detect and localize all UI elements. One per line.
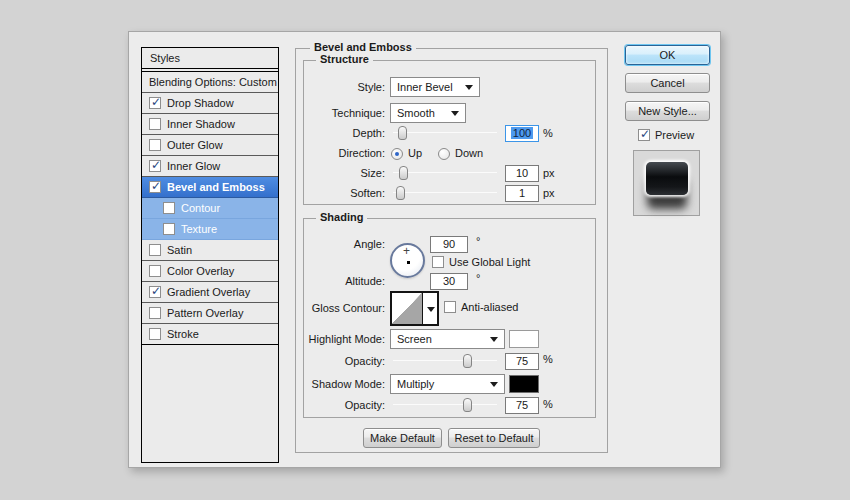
ok-button[interactable]: OK — [625, 45, 710, 65]
satin-checkbox[interactable] — [149, 244, 161, 256]
highlight-opacity-thumb[interactable] — [463, 354, 472, 368]
angle-unit: ° — [476, 235, 480, 247]
angle-crosshair-icon: + — [403, 244, 410, 258]
style-select[interactable]: Inner Bevel — [390, 77, 480, 97]
chevron-down-icon — [451, 111, 459, 116]
chevron-down-icon — [427, 307, 435, 312]
style-label: Style: — [289, 81, 385, 93]
size-unit: px — [543, 167, 555, 179]
size-field[interactable]: 10 — [505, 165, 539, 182]
preview-checkbox[interactable] — [638, 129, 650, 141]
style-item-blending-options[interactable]: Blending Options: Custom — [142, 72, 278, 93]
style-preview-thumbnail — [633, 150, 700, 216]
depth-value: 100 — [511, 127, 533, 139]
soften-slider-thumb[interactable] — [396, 186, 405, 200]
anti-aliased-checkbox[interactable] — [444, 301, 456, 313]
style-item-label: Inner Glow — [167, 160, 220, 172]
gradient-overlay-checkbox[interactable] — [149, 286, 161, 298]
style-item-drop-shadow[interactable]: Drop Shadow — [142, 93, 278, 114]
shadow-mode-select[interactable]: Multiply — [390, 374, 505, 394]
style-item-pattern-overlay[interactable]: Pattern Overlay — [142, 303, 278, 324]
contour-checkbox[interactable] — [163, 202, 175, 214]
technique-label: Technique: — [289, 107, 385, 119]
anti-aliased-label: Anti-aliased — [461, 301, 518, 313]
style-item-outer-glow[interactable]: Outer Glow — [142, 135, 278, 156]
style-item-contour[interactable]: Contour — [142, 198, 278, 219]
reset-to-default-button[interactable]: Reset to Default — [448, 428, 540, 448]
gloss-contour-picker[interactable] — [390, 291, 439, 326]
depth-field[interactable]: 100 — [505, 125, 539, 142]
style-item-gradient-overlay[interactable]: Gradient Overlay — [142, 282, 278, 303]
shadow-opacity-thumb[interactable] — [463, 398, 472, 412]
size-slider-thumb[interactable] — [399, 166, 408, 180]
style-item-color-overlay[interactable]: Color Overlay — [142, 261, 278, 282]
altitude-value: 30 — [443, 275, 455, 287]
outer-glow-checkbox[interactable] — [149, 139, 161, 151]
style-item-stroke[interactable]: Stroke — [142, 324, 278, 345]
shadow-mode-value: Multiply — [397, 378, 434, 390]
depth-slider[interactable] — [393, 126, 497, 140]
style-item-label: Inner Shadow — [167, 118, 235, 130]
style-item-label: Pattern Overlay — [167, 307, 243, 319]
highlight-opacity-field[interactable]: 75 — [505, 353, 539, 370]
style-item-label: Gradient Overlay — [167, 286, 250, 298]
size-slider[interactable] — [393, 166, 497, 180]
style-item-inner-shadow[interactable]: Inner Shadow — [142, 114, 278, 135]
highlight-opacity-slider[interactable] — [393, 354, 497, 368]
shadow-opacity-slider[interactable] — [393, 398, 497, 412]
preview-label: Preview — [655, 129, 694, 141]
chevron-down-icon — [490, 337, 498, 342]
direction-down-label: Down — [455, 147, 483, 159]
gloss-contour-label: Gloss Contour: — [289, 302, 385, 314]
structure-group-title: Structure — [316, 53, 373, 65]
stroke-checkbox[interactable] — [149, 328, 161, 340]
slider-track — [393, 404, 497, 405]
highlight-mode-label: Highlight Mode: — [289, 333, 385, 345]
soften-label: Soften: — [289, 187, 385, 199]
contour-dropdown-button[interactable] — [423, 293, 437, 324]
depth-slider-thumb[interactable] — [398, 126, 407, 140]
angle-field[interactable]: 90 — [430, 236, 468, 253]
technique-select[interactable]: Smooth — [390, 103, 466, 123]
direction-up-radio[interactable] — [391, 148, 403, 160]
direction-label: Direction: — [289, 147, 385, 159]
shadow-opacity-field[interactable]: 75 — [505, 397, 539, 414]
highlight-color-swatch[interactable] — [509, 330, 539, 348]
chevron-down-icon — [490, 382, 498, 387]
texture-checkbox[interactable] — [163, 223, 175, 235]
pane-title: Bevel and Emboss — [310, 41, 416, 53]
use-global-light-checkbox[interactable] — [432, 256, 444, 268]
angle-label: Angle: — [289, 238, 385, 250]
shading-group-title: Shading — [316, 211, 367, 223]
soften-field[interactable]: 1 — [505, 185, 539, 202]
cancel-button[interactable]: Cancel — [625, 73, 710, 93]
style-item-bevel-and-emboss[interactable]: Bevel and Emboss — [142, 177, 278, 198]
size-label: Size: — [289, 167, 385, 179]
size-value: 10 — [516, 167, 528, 179]
direction-down-radio[interactable] — [438, 148, 450, 160]
angle-dial[interactable]: + — [390, 243, 425, 278]
style-item-satin[interactable]: Satin — [142, 240, 278, 261]
pattern-overlay-checkbox[interactable] — [149, 307, 161, 319]
style-item-label: Contour — [181, 202, 220, 214]
style-item-texture[interactable]: Texture — [142, 219, 278, 240]
altitude-unit: ° — [476, 272, 480, 284]
inner-shadow-checkbox[interactable] — [149, 118, 161, 130]
drop-shadow-checkbox[interactable] — [149, 97, 161, 109]
technique-select-value: Smooth — [397, 107, 435, 119]
altitude-field[interactable]: 30 — [430, 273, 468, 290]
style-item-label: Outer Glow — [167, 139, 223, 151]
make-default-button[interactable]: Make Default — [363, 428, 442, 448]
inner-glow-checkbox[interactable] — [149, 160, 161, 172]
color-overlay-checkbox[interactable] — [149, 265, 161, 277]
bevel-emboss-checkbox[interactable] — [149, 181, 161, 193]
highlight-opacity-unit: % — [543, 353, 553, 365]
soften-slider[interactable] — [393, 186, 497, 200]
new-style-button[interactable]: New Style... — [625, 101, 710, 121]
preview-bevel-shape — [646, 162, 688, 195]
style-item-inner-glow[interactable]: Inner Glow — [142, 156, 278, 177]
depth-unit: % — [543, 127, 553, 139]
styles-panel-header: Styles — [142, 48, 278, 69]
shadow-color-swatch[interactable] — [509, 375, 539, 393]
highlight-mode-select[interactable]: Screen — [390, 329, 505, 349]
